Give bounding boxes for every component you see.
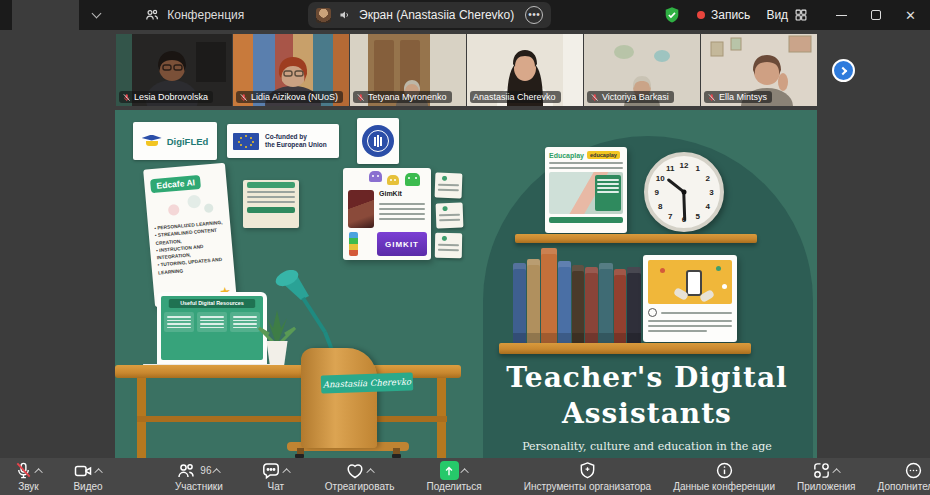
sticky-note-card (243, 180, 299, 228)
participant-name-chip: Anastasiia Cherevko (470, 91, 561, 103)
gimkit-box-art (349, 232, 358, 256)
presentation-slide: DigiFLEd Co-funded by the European Union (115, 110, 817, 458)
recording-label: Запись (711, 8, 750, 22)
chevron-down-icon[interactable] (92, 9, 102, 19)
sticky-note (436, 203, 464, 229)
muted-mic-icon (356, 93, 365, 102)
slide-title: Teacher's Digital Assistants (477, 360, 817, 432)
gimkit-card: GimKit GIMKIT (343, 168, 431, 260)
toolbar-host-tools[interactable]: Инструменты организатора (516, 461, 659, 493)
participant-tile-tetyana[interactable]: Tetyana Myronenko (350, 34, 466, 106)
next-participants-button[interactable] (832, 59, 855, 82)
gimkit-photo (348, 190, 374, 228)
toolbar-apps[interactable]: Приложения (789, 461, 864, 493)
participant-tile-ella[interactable]: Ella Mintsys (701, 34, 817, 106)
view-button[interactable]: Вид (766, 8, 808, 22)
muted-mic-icon (122, 93, 131, 102)
infographic-card (643, 255, 737, 342)
participant-tile-lesia[interactable]: Lesia Dobrovolska (116, 34, 232, 106)
chat-icon (261, 461, 281, 481)
toolbar-react[interactable]: Отреагировать (317, 461, 403, 493)
yellow-illustration (648, 260, 732, 304)
grid-view-icon (794, 8, 808, 22)
window-controls: ✕ (836, 9, 916, 22)
avatar (316, 8, 331, 23)
participant-name-chip: Tetyana Myronenko (353, 91, 452, 103)
participant-name-chip: Victoriya Barkasi (587, 91, 674, 103)
chevron-up-icon[interactable] (34, 468, 42, 476)
educaplay-tag: educaplay (587, 151, 620, 159)
tab-meeting[interactable]: Конференция (144, 7, 244, 23)
participant-name-chip: Ella Mintsys (704, 91, 772, 103)
heart-icon (345, 461, 365, 481)
chevron-up-icon[interactable] (94, 468, 102, 476)
zoom-window: zoom Workplace Конференция Экран (Anasta… (0, 0, 930, 495)
meeting-toolbar: Звук Видео 96 Участники (0, 458, 930, 495)
chevron-up-icon[interactable] (282, 468, 290, 476)
toolbar-more[interactable]: Дополнительно (870, 461, 930, 493)
muted-mic-icon (590, 93, 599, 102)
minimize-button[interactable] (836, 15, 847, 16)
participants-icon (144, 7, 160, 23)
security-shield-icon[interactable] (663, 6, 681, 24)
edcafe-title: Edcafe AI (150, 175, 201, 193)
toolbar-video[interactable]: Видео (65, 461, 111, 493)
toolbar-meeting-info[interactable]: Данные конференции (665, 461, 783, 493)
edcafe-bullets: • PERSONALIZED LEARNING, • STREAMLINED C… (154, 219, 228, 277)
gimkit-banner: GIMKIT (377, 232, 427, 256)
wall-shelf-top (515, 234, 757, 243)
recording-indicator[interactable]: Запись (697, 8, 750, 22)
book (572, 265, 584, 343)
gimkit-description (379, 200, 425, 223)
wall-shelf-bottom (499, 343, 751, 354)
chevron-right-icon (838, 66, 846, 74)
eu-flag-icon (233, 133, 259, 150)
shared-screen-area: DigiFLEd Co-funded by the European Union (0, 110, 930, 458)
chevron-up-icon[interactable] (213, 468, 221, 476)
tab-more-icon[interactable]: ••• (525, 6, 543, 24)
slide-subtitle: Personality, culture and education in th… (477, 440, 817, 453)
muted-mic-icon (707, 93, 716, 102)
titlebar-right: Запись Вид ✕ (663, 6, 930, 24)
participant-tile-victoriya[interactable]: Victoriya Barkasi (584, 34, 700, 106)
edcafe-illustration (151, 190, 223, 222)
wall-clock: 121234567891011 (644, 152, 724, 232)
book (585, 267, 598, 343)
bookshelf-books (513, 248, 641, 343)
educaplay-footer (549, 217, 623, 223)
educaplay-card: Educaplay educaplay (545, 147, 627, 233)
chair-name-tag: Anastasiia Cherevko (321, 372, 414, 393)
more-icon (904, 461, 923, 480)
apps-icon (812, 461, 831, 480)
restore-button[interactable] (871, 10, 881, 20)
chevron-up-icon[interactable] (460, 468, 468, 476)
book (614, 269, 626, 343)
toolbar-chat[interactable]: Чат (253, 461, 299, 493)
toolbar-share[interactable]: Поделиться (419, 461, 490, 493)
toolbar-audio[interactable]: Звук (6, 461, 51, 493)
toolbar-participants[interactable]: 96 Участники (167, 461, 231, 493)
edcafe-ai-card: Edcafe AI • PERSONALIZED LEARNING, • STR… (143, 163, 237, 308)
educaplay-photo (549, 172, 623, 214)
laptop: Useful Digital Resources (157, 292, 267, 364)
tab-meeting-label: Конференция (167, 8, 244, 22)
laptop-screen-title: Useful Digital Resources (169, 299, 255, 308)
sticky-note (435, 233, 462, 258)
digifled-logo: DigiFLEd (133, 122, 217, 160)
chevron-up-icon[interactable] (832, 468, 840, 476)
book (599, 263, 613, 343)
chevron-up-icon[interactable] (366, 468, 374, 476)
book (558, 261, 571, 343)
university-emblem-icon (362, 125, 394, 157)
participant-tile-anastasiia[interactable]: Anastasiia Cherevko (467, 34, 583, 106)
eu-cofunded-logo: Co-funded by the European Union (227, 124, 339, 158)
participant-tile-lidia[interactable]: Lidia Aizikova (NUoS) (233, 34, 349, 106)
info-icon (715, 461, 734, 480)
share-screen-icon (440, 461, 459, 480)
book (527, 259, 540, 343)
university-emblem-logo (357, 118, 399, 164)
titlebar: zoom Workplace Конференция Экран (Anasta… (0, 0, 930, 30)
tab-screen-share[interactable]: Экран (Anastasiia Cherevko) ••• (308, 2, 551, 28)
close-button[interactable]: ✕ (905, 9, 916, 22)
shield-icon (578, 461, 597, 480)
